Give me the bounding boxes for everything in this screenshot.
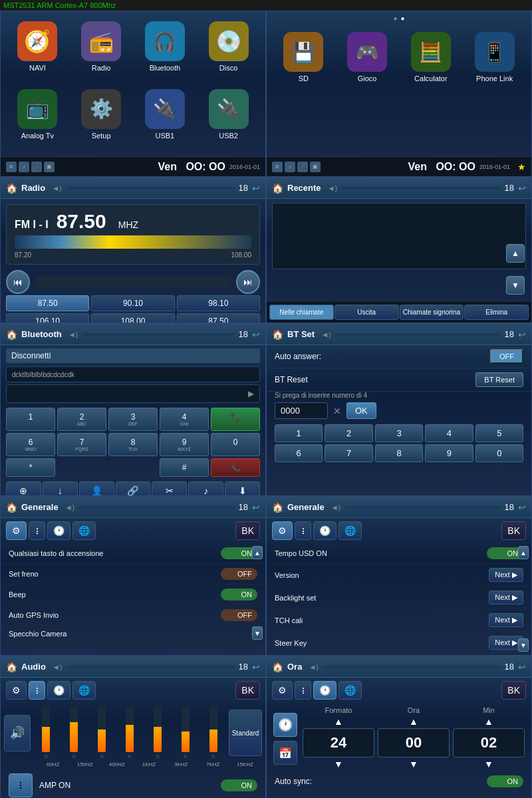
gen1-tab-web[interactable]: 🌐: [72, 521, 96, 540]
preset-6[interactable]: 87.50: [177, 313, 260, 323]
recente-back-icon[interactable]: ↩: [518, 183, 526, 194]
radio-vol-slider[interactable]: [66, 187, 235, 190]
ora-format-down[interactable]: ▼: [303, 759, 374, 769]
audio-preset-btn[interactable]: Standard: [229, 710, 262, 756]
bt-action-2[interactable]: ↓: [43, 481, 78, 496]
gen2-tab-web[interactable]: 🌐: [338, 521, 362, 540]
eq-bar-7khz[interactable]: 0: [172, 706, 198, 759]
tab-chiamate-signorina[interactable]: Chiamate signorina: [400, 305, 464, 320]
gen2-scroll-down[interactable]: ▼: [518, 638, 529, 652]
key-call-red[interactable]: 📞: [211, 458, 260, 477]
ora-tab-time[interactable]: 🕐: [313, 681, 336, 700]
ora-clock-icon[interactable]: 🕐: [273, 713, 297, 737]
key-hash[interactable]: #: [160, 458, 209, 477]
bt-search-bar[interactable]: ▶: [6, 384, 260, 403]
gen2-back-icon[interactable]: ↩: [518, 502, 526, 513]
key-2[interactable]: 2ABC: [57, 408, 106, 431]
btset-num-8[interactable]: 8: [375, 444, 423, 462]
btset-reset-btn[interactable]: BT Reset: [475, 372, 523, 387]
eq-bar-15khz[interactable]: 0: [200, 706, 226, 759]
ora-hour-down[interactable]: ▼: [378, 759, 450, 769]
gen1-tab-bk[interactable]: BK: [235, 521, 260, 540]
ora-min-up[interactable]: ▲: [453, 716, 525, 727]
key-9[interactable]: 9WXYZ: [160, 433, 209, 456]
audio-tab-settings[interactable]: ⚙: [6, 681, 27, 700]
ora-hour-up[interactable]: ▲: [378, 716, 450, 727]
gen1-back-icon[interactable]: ↩: [252, 502, 260, 513]
gen1-scroll-down[interactable]: ▼: [252, 626, 263, 640]
recente-vol-slider[interactable]: [341, 187, 500, 190]
app-usb1[interactable]: 🔌 USB1: [135, 89, 196, 154]
preset-2[interactable]: 90.10: [91, 295, 174, 311]
eq-bar-3khz[interactable]: 0: [144, 706, 170, 759]
preset-5[interactable]: 108.00: [91, 313, 174, 323]
preset-1[interactable]: 87.50: [6, 295, 89, 311]
bt-action-5[interactable]: ✂: [152, 481, 187, 496]
home-icon-gen1[interactable]: 🏠: [6, 502, 17, 513]
gen1-tab-eq[interactable]: ⫶: [29, 521, 45, 540]
gen1-tab-settings[interactable]: ⚙: [6, 521, 27, 540]
audio-tab-bk[interactable]: BK: [235, 681, 260, 700]
tab-elimina[interactable]: Elimina: [464, 305, 529, 320]
btset-num-9[interactable]: 9: [425, 444, 473, 462]
app-disco[interactable]: 💿 Disco: [198, 21, 259, 86]
ora-tab-eq[interactable]: ⫶: [295, 681, 311, 700]
ora-format-up[interactable]: ▲: [303, 716, 374, 727]
tab-uscita[interactable]: Uscita: [334, 305, 399, 320]
btset-back-icon[interactable]: ↩: [518, 329, 526, 340]
key-7[interactable]: 7PQRS: [57, 433, 106, 456]
bt-action-3[interactable]: 👤: [79, 481, 114, 496]
eq-bar-1khz[interactable]: 0: [117, 706, 143, 759]
app-setup[interactable]: ⚙️ Setup: [71, 89, 132, 154]
bt-back-icon[interactable]: ↩: [252, 329, 260, 340]
audio-tab-time[interactable]: 🕐: [47, 681, 70, 700]
key-0[interactable]: 0: [211, 433, 260, 456]
radio-next-btn[interactable]: ⏭: [236, 270, 260, 294]
btset-vol-slider[interactable]: [335, 333, 501, 336]
app-gioco[interactable]: 🎮 Gioco: [337, 32, 398, 153]
preset-3[interactable]: 98.10: [177, 295, 260, 311]
ora-tab-web[interactable]: 🌐: [338, 681, 362, 700]
home-icon-btset[interactable]: 🏠: [272, 329, 283, 340]
audio-back-icon[interactable]: ↩: [252, 662, 260, 672]
gen1-scroll-up[interactable]: ▲: [252, 546, 263, 559]
key-star[interactable]: *: [6, 458, 55, 477]
bt-action-6[interactable]: ♪: [188, 481, 223, 496]
home-icon-audio[interactable]: 🏠: [6, 662, 17, 672]
key-call-green[interactable]: 📞: [211, 408, 260, 431]
key-1[interactable]: 1: [6, 408, 55, 431]
home-icon-gen2[interactable]: 🏠: [272, 502, 283, 513]
ora-autosync-toggle[interactable]: ON: [487, 775, 523, 787]
eq-bar-60hz[interactable]: 0: [33, 706, 59, 759]
app-calculator[interactable]: 🧮 Calculator: [401, 32, 462, 153]
btset-num-4[interactable]: 4: [425, 424, 473, 442]
btset-autoanswer-toggle[interactable]: OFF: [490, 349, 523, 364]
bt-disconnetti-btn[interactable]: Disconnetti: [6, 348, 260, 363]
gen2-scroll-up[interactable]: ▲: [518, 546, 529, 559]
gen2-vol-slider[interactable]: [344, 506, 500, 509]
audio-tab-web[interactable]: 🌐: [72, 681, 96, 700]
ora-tab-bk[interactable]: BK: [501, 681, 526, 700]
btset-num-6[interactable]: 6: [275, 444, 323, 462]
audio-eq-icon[interactable]: ⫶: [9, 773, 33, 797]
btset-num-1[interactable]: 1: [275, 424, 323, 442]
audio-tab-eq[interactable]: ⫶: [29, 681, 45, 700]
key-6[interactable]: 6MNO: [6, 433, 55, 456]
eq-bar-150hz[interactable]: 0: [61, 706, 87, 759]
btset-num-3[interactable]: 3: [375, 424, 423, 442]
recente-down-arrow[interactable]: ▼: [506, 276, 525, 295]
bt-action-4[interactable]: 🔗: [116, 481, 151, 496]
btset-num-0[interactable]: 0: [475, 444, 523, 462]
key-4[interactable]: 4GHI: [160, 408, 209, 431]
home-icon-bt[interactable]: 🏠: [6, 329, 17, 340]
gen1-tab-time[interactable]: 🕐: [47, 521, 70, 540]
gen2-tab-eq[interactable]: ⫶: [295, 521, 311, 540]
ora-calendar-icon[interactable]: 📅: [273, 741, 297, 765]
bt-action-1[interactable]: ⊕: [6, 481, 41, 496]
eq-bar-400hz[interactable]: 0: [89, 706, 115, 759]
audio-vol-slider[interactable]: [66, 666, 234, 668]
gen1-vol-slider[interactable]: [78, 506, 234, 509]
gen2-tab-time[interactable]: 🕐: [313, 521, 336, 540]
ora-tab-settings[interactable]: ⚙: [272, 681, 293, 700]
radio-tuner-bar[interactable]: [15, 235, 251, 249]
